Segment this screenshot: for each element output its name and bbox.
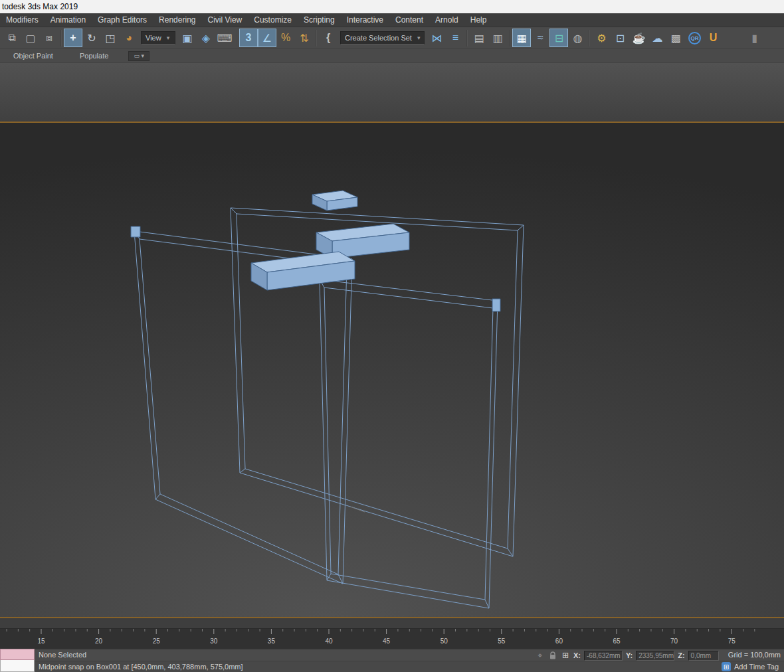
z-coordinate-field[interactable]: 0,0mm xyxy=(688,651,719,661)
scene-security-icon[interactable]: ▮ xyxy=(745,29,764,47)
transform-typein-icon[interactable]: ⊞ xyxy=(561,651,570,660)
grid-size-label: Grid = 100,0mm xyxy=(728,651,781,659)
ruler-frame-label: 15 xyxy=(37,637,45,645)
select-and-link-icon[interactable]: ⧉ xyxy=(3,29,21,47)
snap-marker-line xyxy=(350,507,365,512)
window-title: todesk 3ds Max 2019 xyxy=(2,2,78,11)
ruler-frame-label: 35 xyxy=(268,637,276,645)
time-ruler[interactable]: 15202530354045505560657075 xyxy=(0,629,784,649)
reference-coordinate-dropdown[interactable]: View▾ xyxy=(141,31,175,44)
percent-snap-icon[interactable]: % xyxy=(276,29,295,47)
named-selection-set-dropdown[interactable]: Create Selection Set▾ xyxy=(340,31,425,44)
menu-bar: ModifiersAnimationGraph EditorsRendering… xyxy=(0,13,784,27)
corner-box-left[interactable] xyxy=(131,226,140,237)
layer-explorer-icon[interactable]: ▥ xyxy=(488,29,507,47)
glass-panel-right-inner-wireframe[interactable] xyxy=(324,288,493,600)
select-and-scale-icon[interactable]: ◳ xyxy=(101,29,120,47)
ruler-frame-label: 75 xyxy=(728,637,736,645)
curve-editor-icon[interactable]: ≈ xyxy=(531,29,549,47)
menu-scripting[interactable]: Scripting xyxy=(298,13,341,27)
selection-status: None Selected xyxy=(39,651,86,659)
render-cloud-icon[interactable]: ☁ xyxy=(648,29,666,47)
y-coordinate-field[interactable]: 2335,95mm xyxy=(636,651,674,661)
listener-pane[interactable] xyxy=(0,660,35,672)
select-and-move-icon[interactable]: + xyxy=(64,29,82,47)
render-production-icon[interactable]: ☕ xyxy=(629,29,648,47)
use-pivot-center-icon[interactable]: ▣ xyxy=(178,29,197,47)
toolbar-tab-object-paint[interactable]: Object Paint xyxy=(0,52,66,60)
window-crossing-icon[interactable]: ⧈ xyxy=(40,29,58,47)
glass-panel-middle-edge xyxy=(231,208,237,214)
scene-explorer-icon[interactable]: ▤ xyxy=(470,29,488,47)
macro-recorder-pane[interactable] xyxy=(0,649,35,660)
toolbar-separator xyxy=(509,30,510,46)
glass-panel-middle-edge xyxy=(518,225,524,230)
menu-customize[interactable]: Customize xyxy=(248,13,298,27)
ruler-frame-label: 20 xyxy=(95,637,103,645)
ruler-frame-label: 25 xyxy=(153,637,161,645)
named-selection-set-dropdown-label: Create Selection Set xyxy=(345,34,412,42)
main-toolbar: ⧉▢⧈+↻◳◕View▾▣◈⌨3∠%⇅{Create Selection Set… xyxy=(0,27,784,49)
a360-icon[interactable]: QR xyxy=(685,29,704,47)
glass-panel-right-outer-wireframe[interactable] xyxy=(320,280,498,608)
toolbar-separator xyxy=(60,30,62,46)
add-time-tag-button[interactable]: ⊞ Add Time Tag xyxy=(722,662,779,671)
viewport-layout-dropdown[interactable]: ▭ ▾ xyxy=(128,51,149,61)
ribbon-toggle-icon[interactable]: ▦ xyxy=(512,29,531,47)
ruler-frame-label: 60 xyxy=(555,637,563,645)
prompt-line: Midpoint snap on Box001 at [450,0mm, 403… xyxy=(39,663,243,671)
x-coordinate-field[interactable]: -68,632mm xyxy=(584,651,623,661)
align-icon[interactable]: ≡ xyxy=(446,29,464,47)
ruler-frame-label: 55 xyxy=(498,637,506,645)
window-title-bar[interactable]: todesk 3ds Max 2019 xyxy=(0,0,784,13)
select-and-place-icon[interactable]: ◕ xyxy=(120,29,138,47)
edit-named-sets-icon[interactable]: { xyxy=(319,29,338,47)
schematic-view-icon[interactable]: ⊟ xyxy=(549,29,568,47)
angle-snap-icon[interactable]: ∠ xyxy=(258,29,276,47)
substance-icon[interactable]: U xyxy=(704,29,722,47)
glass-panel-left-edge xyxy=(155,494,160,499)
menu-content[interactable]: Content xyxy=(389,13,429,27)
maxscript-mini-listener[interactable] xyxy=(0,649,35,672)
track-bar[interactable] xyxy=(0,618,784,629)
menu-arnold[interactable]: Arnold xyxy=(429,13,464,27)
add-time-tag-label: Add Time Tag xyxy=(734,663,779,671)
selection-region-icon[interactable]: ▢ xyxy=(21,29,40,47)
selection-lock-icon[interactable] xyxy=(548,651,557,660)
menu-civil-view[interactable]: Civil View xyxy=(201,13,248,27)
mirror-icon[interactable]: ⋈ xyxy=(427,29,446,47)
menu-rendering[interactable]: Rendering xyxy=(153,13,201,27)
ruler-frame-label: 50 xyxy=(441,637,448,645)
a360-icon-glyph: QR xyxy=(688,32,701,44)
viewport[interactable] xyxy=(0,123,784,617)
menu-interactive[interactable]: Interactive xyxy=(341,13,389,27)
menu-animation[interactable]: Animation xyxy=(45,13,92,27)
menu-modifiers[interactable]: Modifiers xyxy=(0,13,45,27)
toolbar-separator xyxy=(466,30,468,46)
keyboard-override-icon[interactable]: ⌨ xyxy=(215,29,234,47)
toolbar-tab-populate[interactable]: Populate xyxy=(66,52,122,60)
ruler-frame-label: 65 xyxy=(613,637,621,645)
rendered-frame-icon[interactable]: ⊡ xyxy=(611,29,629,47)
qr-render-icon[interactable]: ▩ xyxy=(666,29,685,47)
snaps-toggle-3d-icon[interactable]: 3 xyxy=(239,29,258,47)
menu-help[interactable]: Help xyxy=(464,13,493,27)
render-setup-icon[interactable]: ⚙ xyxy=(592,29,611,47)
z-label: Z: xyxy=(678,651,684,659)
corner-box-right[interactable] xyxy=(492,299,500,311)
material-editor-icon[interactable]: ◍ xyxy=(568,29,587,47)
spinner-snap-icon[interactable]: ⇅ xyxy=(295,29,314,47)
transform-coordinates: ⌖ ⊞ X: -68,632mm Y: 2335,95mm Z: 0,0mm xyxy=(536,650,719,661)
toolbar-separator xyxy=(316,30,317,46)
select-and-rotate-icon[interactable]: ↻ xyxy=(82,29,101,47)
glass-panel-middle-edge xyxy=(240,469,245,473)
time-tag-icon: ⊞ xyxy=(722,662,731,671)
prompt-bar: Midpoint snap on Box001 at [450,0mm, 403… xyxy=(0,661,784,672)
ruler-frame-label: 45 xyxy=(383,637,391,645)
ruler-frame-label: 30 xyxy=(210,637,218,645)
select-and-manipulate-icon[interactable]: ◈ xyxy=(197,29,215,47)
workspace-background xyxy=(0,63,784,122)
chevron-down-icon: ▾ xyxy=(417,35,421,41)
menu-graph-editors[interactable]: Graph Editors xyxy=(92,13,153,27)
snap-indicator-icon[interactable]: ⌖ xyxy=(536,651,545,660)
